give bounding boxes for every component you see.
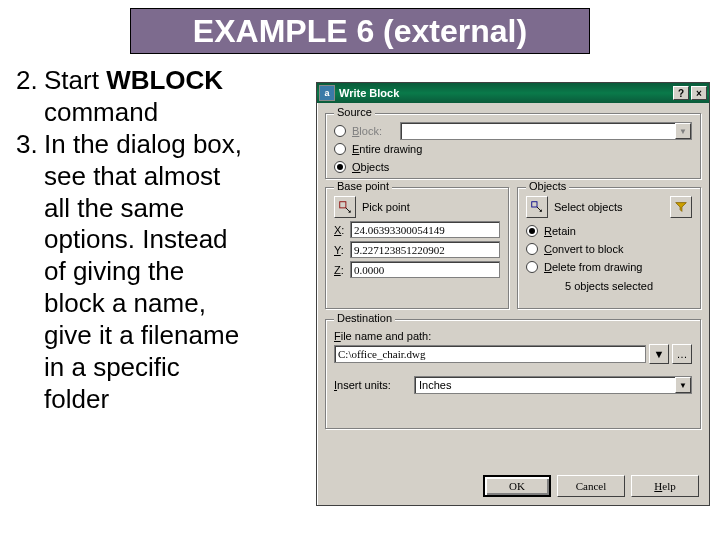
- radio-block[interactable]: Block: ▼: [334, 122, 692, 140]
- pick-point-label: Pick point: [362, 201, 410, 213]
- ok-button[interactable]: OK: [483, 475, 551, 497]
- block-combo: ▼: [400, 122, 692, 140]
- insert-units-combo[interactable]: Inches ▼: [414, 376, 692, 394]
- chevron-down-icon: ▼: [675, 377, 691, 393]
- radio-icon: [334, 161, 346, 173]
- quick-select-button[interactable]: [670, 196, 692, 218]
- radio-objects[interactable]: Objects: [334, 158, 692, 176]
- group-legend: Base point: [334, 180, 392, 192]
- pick-point-button[interactable]: [334, 196, 356, 218]
- radio-icon: [526, 225, 538, 237]
- slide-title-text: EXAMPLE 6 (external): [193, 13, 527, 50]
- help-titlebar-button[interactable]: ?: [673, 86, 689, 100]
- app-icon: a: [319, 85, 335, 101]
- dialog-buttons: OK Cancel Help: [483, 475, 699, 497]
- selection-count: 5 objects selected: [526, 280, 692, 292]
- group-legend: Destination: [334, 312, 395, 324]
- filter-icon: [674, 200, 688, 214]
- radio-retain[interactable]: Retain: [526, 222, 692, 240]
- select-objects-label: Select objects: [554, 201, 622, 213]
- browse-button[interactable]: …: [672, 344, 692, 364]
- radio-convert[interactable]: Convert to block: [526, 240, 692, 258]
- svg-rect-1: [532, 202, 537, 207]
- radio-icon: [526, 261, 538, 273]
- pick-point-icon: [338, 200, 352, 214]
- radio-icon: [526, 243, 538, 255]
- dialog-title: Write Block: [339, 87, 399, 99]
- select-objects-button[interactable]: [526, 196, 548, 218]
- help-button[interactable]: Help: [631, 475, 699, 497]
- source-group: Source Block: ▼ Entire drawing Objects: [325, 113, 701, 179]
- close-button[interactable]: ×: [691, 86, 707, 100]
- radio-entire-drawing[interactable]: Entire drawing: [334, 140, 692, 158]
- path-label: File name and path:: [334, 330, 692, 342]
- slide-title: EXAMPLE 6 (external): [130, 8, 590, 54]
- x-input[interactable]: [350, 221, 500, 238]
- destination-group: Destination File name and path: ▼ … Inse…: [325, 319, 701, 429]
- slide-body: 2.Start WBLOCK command 3.In the dialog b…: [16, 66, 306, 417]
- radio-delete[interactable]: Delete from drawing: [526, 258, 692, 276]
- z-input[interactable]: [350, 261, 500, 278]
- svg-rect-0: [340, 202, 346, 208]
- select-objects-icon: [530, 200, 544, 214]
- objects-group: Objects Select objects Retain Convert to…: [517, 187, 701, 309]
- write-block-dialog: a Write Block ? × Source Block: ▼ Entire…: [316, 82, 710, 506]
- ellipsis-icon: …: [677, 348, 688, 360]
- list-item: 3.In the dialog box,: [16, 130, 306, 160]
- close-icon: ×: [696, 88, 702, 99]
- cancel-button[interactable]: Cancel: [557, 475, 625, 497]
- units-label: Insert units:: [334, 379, 414, 391]
- y-input[interactable]: [350, 241, 500, 258]
- group-legend: Source: [334, 106, 375, 118]
- chevron-down-icon: ▼: [654, 348, 665, 360]
- radio-icon: [334, 143, 346, 155]
- base-point-group: Base point Pick point X: Y: Z:: [325, 187, 509, 309]
- path-dropdown-button[interactable]: ▼: [649, 344, 669, 364]
- file-path-input[interactable]: [334, 345, 646, 363]
- list-item: 2.Start WBLOCK: [16, 66, 306, 96]
- radio-icon: [334, 125, 346, 137]
- group-legend: Objects: [526, 180, 569, 192]
- chevron-down-icon: ▼: [675, 123, 691, 139]
- title-bar[interactable]: a Write Block ? ×: [317, 83, 709, 103]
